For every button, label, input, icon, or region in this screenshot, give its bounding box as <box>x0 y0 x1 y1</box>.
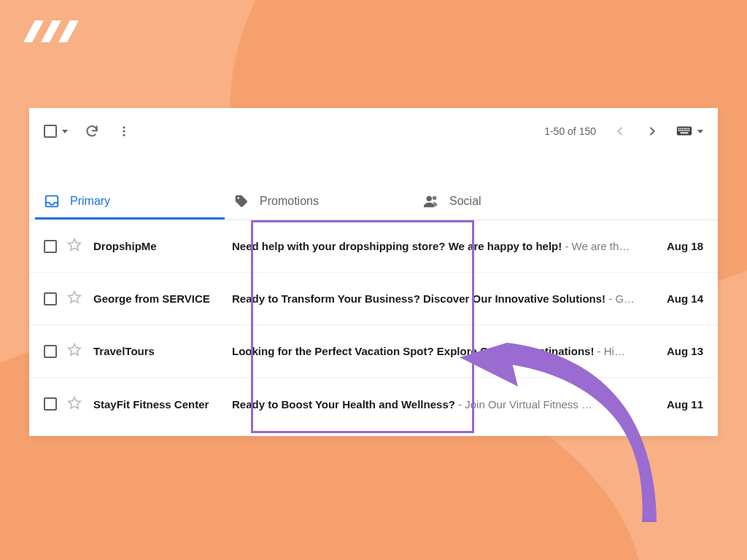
tab-label: Primary <box>70 195 110 208</box>
pagination-label: 1-50 of 150 <box>544 125 596 137</box>
svg-point-18 <box>427 196 432 201</box>
people-icon <box>423 193 439 209</box>
brand-logo <box>19 16 86 50</box>
svg-rect-7 <box>684 128 686 129</box>
svg-rect-15 <box>689 130 690 131</box>
row-checkbox[interactable] <box>44 292 57 306</box>
svg-point-1 <box>123 131 125 133</box>
email-subject-line: Looking for the Perfect Vacation Spot? E… <box>232 345 655 357</box>
inbox-toolbar: 1-50 of 150 <box>29 108 718 150</box>
email-date: Aug 18 <box>667 240 703 252</box>
svg-rect-14 <box>686 130 688 131</box>
prev-page-button[interactable] <box>612 123 628 139</box>
svg-rect-10 <box>678 130 680 131</box>
svg-rect-12 <box>682 130 684 131</box>
inbox-panel: 1-50 of 150 <box>29 108 718 436</box>
star-icon[interactable] <box>67 290 82 307</box>
next-page-button[interactable] <box>644 123 660 139</box>
svg-point-2 <box>123 134 125 136</box>
tab-label: Social <box>449 195 481 208</box>
email-sender: George from SERVICE <box>93 292 232 305</box>
email-date: Aug 14 <box>667 292 703 305</box>
star-icon[interactable] <box>67 396 82 413</box>
email-sender: StayFit Fitness Center <box>93 398 232 411</box>
chevron-down-icon <box>62 130 68 133</box>
svg-rect-11 <box>681 130 682 131</box>
email-row[interactable]: StayFit Fitness Center Ready to Boost Yo… <box>29 378 718 430</box>
refresh-button[interactable] <box>84 123 100 139</box>
svg-rect-16 <box>681 132 689 133</box>
row-checkbox[interactable] <box>44 240 57 253</box>
email-subject-line: Ready to Boost Your Health and Wellness?… <box>232 398 655 411</box>
email-row[interactable]: DropshipMe Need help with your dropshipp… <box>29 220 718 273</box>
tab-social[interactable]: Social <box>414 193 604 219</box>
row-checkbox[interactable] <box>44 397 57 411</box>
tag-icon <box>233 193 249 209</box>
svg-rect-13 <box>684 130 686 131</box>
svg-rect-9 <box>689 128 690 129</box>
tab-promotions[interactable]: Promotions <box>225 193 414 219</box>
tab-label: Promotions <box>260 195 319 208</box>
svg-rect-6 <box>682 128 684 129</box>
email-row[interactable]: TravelTours Looking for the Perfect Vaca… <box>29 325 718 378</box>
svg-rect-5 <box>681 128 682 129</box>
email-list: DropshipMe Need help with your dropshipp… <box>29 220 718 430</box>
svg-rect-8 <box>686 128 688 129</box>
category-tabs: Primary Promotions Social <box>29 182 718 220</box>
chevron-down-icon <box>697 130 703 133</box>
email-row[interactable]: George from SERVICE Ready to Transform Y… <box>29 273 718 325</box>
star-icon[interactable] <box>67 343 82 359</box>
svg-point-19 <box>433 196 437 201</box>
svg-point-0 <box>123 126 125 128</box>
more-options-button[interactable] <box>116 123 132 139</box>
inbox-icon <box>44 193 60 209</box>
row-checkbox[interactable] <box>44 345 57 358</box>
email-date: Aug 11 <box>667 398 703 411</box>
input-tools-button[interactable] <box>676 123 703 139</box>
star-icon[interactable] <box>67 238 82 254</box>
email-subject-line: Need help with your dropshipping store? … <box>232 240 655 252</box>
svg-rect-4 <box>678 128 680 129</box>
tab-primary[interactable]: Primary <box>35 193 225 219</box>
email-sender: TravelTours <box>93 345 232 357</box>
select-all-checkbox[interactable] <box>44 125 68 138</box>
email-date: Aug 13 <box>667 345 703 357</box>
email-sender: DropshipMe <box>93 240 232 252</box>
email-subject-line: Ready to Transform Your Business? Discov… <box>232 292 655 305</box>
